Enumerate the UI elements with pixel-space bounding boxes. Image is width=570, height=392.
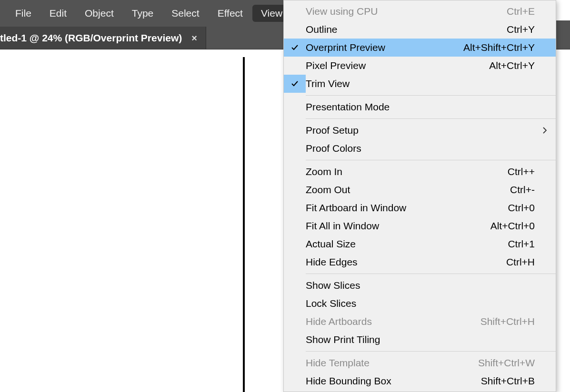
menu-item-label: Proof Setup [306,125,535,136]
menu-item-label: Hide Edges [306,256,506,268]
menu-separator [306,118,556,119]
menu-item-zoom-in[interactable]: Zoom InCtrl++ [284,163,556,181]
menu-item-view-using-cpu: View using CPUCtrl+E [284,2,556,20]
menu-item-label: Hide Artboards [306,316,480,327]
menu-item-label: Proof Colors [306,143,535,154]
menu-effect[interactable]: Effect [209,5,251,22]
menu-item-label: Trim View [306,78,535,89]
close-icon[interactable]: × [191,33,197,43]
menu-item-hide-edges[interactable]: Hide EdgesCtrl+H [284,253,556,271]
menu-item-outline[interactable]: OutlineCtrl+Y [284,20,556,39]
menu-type[interactable]: Type [123,5,162,22]
menu-item-show-transparency-grid[interactable]: Show Transparency GridShift+Ctrl+D [284,390,556,392]
menu-separator [306,95,556,96]
menu-separator [306,274,556,274]
menu-item-zoom-out[interactable]: Zoom OutCtrl+- [284,181,556,199]
menu-item-actual-size[interactable]: Actual SizeCtrl+1 [284,235,556,253]
menu-item-shortcut: Shift+Ctrl+B [481,375,535,387]
menu-item-shortcut: Ctrl+Y [507,24,535,35]
menu-item-fit-artboard-in-window[interactable]: Fit Artboard in WindowCtrl+0 [284,199,556,217]
menu-item-label: Hide Bounding Box [306,375,481,387]
menu-item-shortcut: Ctrl+0 [508,202,535,214]
menu-edit[interactable]: Edit [41,5,75,22]
menu-item-label: Show Print Tiling [306,334,535,345]
menu-item-shortcut: Shift+Ctrl+H [480,316,535,327]
menu-item-shortcut: Alt+Ctrl+Y [489,60,535,71]
menu-item-hide-template: Hide TemplateShift+Ctrl+W [284,354,556,372]
view-dropdown-menu: View using CPUCtrl+EOutlineCtrl+YOverpri… [283,0,556,392]
menu-item-label: Presentation Mode [306,101,535,113]
menu-item-label: Zoom In [306,166,508,177]
menu-object[interactable]: Object [76,5,122,22]
menu-item-shortcut: Ctrl+H [506,256,535,268]
document-tab[interactable]: tled-1 @ 24% (RGB/Overprint Preview) × [0,27,206,49]
menu-item-shortcut: Ctrl++ [508,166,535,177]
menu-item-presentation-mode[interactable]: Presentation Mode [284,98,556,116]
menu-item-label: Actual Size [306,238,508,250]
menu-item-shortcut: Alt+Shift+Ctrl+Y [463,42,535,53]
menu-item-label: Hide Template [306,357,478,369]
menu-item-label: Lock Slices [306,298,535,309]
menu-item-pixel-preview[interactable]: Pixel PreviewAlt+Ctrl+Y [284,57,556,75]
menu-item-hide-bounding-box[interactable]: Hide Bounding BoxShift+Ctrl+B [284,372,556,390]
menu-item-overprint-preview[interactable]: Overprint PreviewAlt+Shift+Ctrl+Y [284,39,556,57]
menu-item-shortcut: Ctrl+- [510,184,535,196]
menu-item-label: Pixel Preview [306,60,489,71]
menu-item-show-slices[interactable]: Show Slices [284,276,556,294]
checkmark-icon [284,44,306,51]
chevron-right-icon [535,127,547,134]
menu-separator [306,160,556,160]
menu-item-show-print-tiling[interactable]: Show Print Tiling [284,331,556,349]
menu-item-fit-all-in-window[interactable]: Fit All in WindowAlt+Ctrl+0 [284,217,556,235]
window-edge [556,0,570,20]
menu-file[interactable]: File [7,5,40,22]
menu-item-proof-colors[interactable]: Proof Colors [284,139,556,157]
menu-item-label: Overprint Preview [306,42,463,53]
menu-item-label: View using CPU [306,6,507,17]
menu-item-shortcut: Ctrl+E [507,6,535,17]
menu-item-shortcut: Alt+Ctrl+0 [490,220,535,232]
menu-item-shortcut: Shift+Ctrl+W [478,357,535,369]
menu-item-label: Show Slices [306,280,535,291]
menu-item-trim-view[interactable]: Trim View [284,75,556,93]
menu-item-proof-setup[interactable]: Proof Setup [284,121,556,139]
menu-item-label: Fit Artboard in Window [306,202,508,214]
checkmark-icon [284,75,306,93]
menu-item-lock-slices[interactable]: Lock Slices [284,294,556,313]
document-tab-title: tled-1 @ 24% (RGB/Overprint Preview) [0,32,182,44]
menu-separator [306,351,556,352]
menu-item-label: Zoom Out [306,184,510,196]
menu-item-label: Outline [306,24,507,35]
menu-item-hide-artboards: Hide ArtboardsShift+Ctrl+H [284,313,556,331]
artboard-edge [243,57,245,392]
menu-item-shortcut: Ctrl+1 [508,238,535,250]
menu-select[interactable]: Select [163,5,208,22]
menu-item-label: Fit All in Window [306,220,490,232]
